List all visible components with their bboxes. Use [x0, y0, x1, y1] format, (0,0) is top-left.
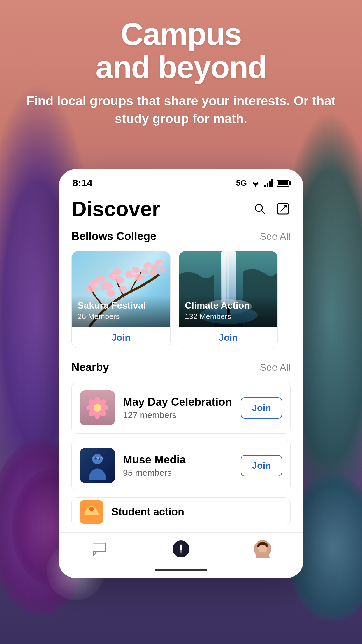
sakura-image: Sakura Festival 26 Members — [72, 251, 171, 327]
svg-point-28 — [150, 270, 157, 276]
sakura-join-button[interactable]: Join — [72, 327, 170, 348]
svg-rect-4 — [267, 183, 268, 187]
climate-name: Climate Action — [185, 300, 272, 311]
climate-join-button[interactable]: Join — [179, 327, 277, 348]
header-section: Campus and beyond Find local groups that… — [0, 18, 362, 128]
muse-media-info: Muse Media 95 members — [123, 454, 233, 478]
phone-mockup: 8:14 5G Discover — [59, 169, 303, 578]
svg-rect-5 — [269, 181, 271, 187]
may-day-info: May Day Celebration 127 members — [123, 396, 233, 420]
muse-media-members: 95 members — [123, 468, 233, 478]
status-icons: 5G — [236, 178, 289, 188]
nearby-section: Nearby See All — [71, 361, 291, 526]
sakura-card[interactable]: Sakura Festival 26 Members Join — [71, 251, 171, 348]
muse-media-item[interactable]: Muse Media 95 members Join — [71, 440, 291, 491]
compose-icon — [277, 202, 289, 215]
svg-point-53 — [94, 404, 101, 412]
may-day-item[interactable]: May Day Celebration 127 members Join — [71, 382, 291, 434]
muse-media-name: Muse Media — [123, 454, 233, 466]
svg-point-21 — [141, 269, 148, 274]
nearby-header: Nearby See All — [71, 361, 291, 374]
groups-scroll: Sakura Festival 26 Members Join — [71, 251, 291, 348]
network-label: 5G — [236, 178, 247, 188]
may-day-thumbnail — [80, 390, 115, 425]
wifi-icon — [250, 179, 261, 187]
svg-point-17 — [113, 268, 121, 275]
svg-point-13 — [101, 282, 113, 290]
climate-overlay: Climate Action 132 Members — [179, 295, 278, 327]
title-line1: Campus — [121, 16, 241, 52]
sakura-name: Sakura Festival — [78, 300, 165, 311]
home-indicator — [59, 564, 303, 578]
svg-rect-36 — [222, 251, 226, 301]
bellows-college-header: Bellows College See All — [71, 230, 291, 243]
status-time: 8:14 — [73, 177, 92, 189]
climate-members: 132 Members — [185, 312, 272, 321]
svg-point-29 — [94, 282, 99, 287]
search-icon — [253, 202, 266, 215]
sakura-members: 26 Members — [78, 312, 165, 321]
svg-point-2 — [255, 186, 256, 187]
nearby-title: Nearby — [71, 361, 109, 374]
svg-point-30 — [113, 274, 118, 279]
svg-point-12 — [96, 275, 105, 282]
nearby-see-all[interactable]: See All — [260, 362, 291, 373]
svg-point-32 — [147, 265, 151, 269]
sakura-overlay: Sakura Festival 26 Members — [72, 295, 171, 327]
svg-point-31 — [130, 271, 136, 275]
svg-rect-37 — [227, 254, 229, 299]
svg-point-33 — [159, 263, 163, 266]
app-content: Discover Bellows Co — [59, 192, 303, 526]
search-button[interactable] — [252, 201, 267, 216]
student-action-name: Student action — [111, 506, 184, 518]
status-bar: 8:14 5G — [59, 169, 303, 192]
messages-icon — [90, 540, 109, 558]
svg-point-60 — [89, 507, 94, 511]
svg-line-10 — [281, 205, 287, 211]
svg-line-8 — [261, 211, 265, 214]
profile-icon — [253, 540, 272, 558]
bellows-college-title: Bellows College — [71, 230, 156, 243]
page-title: Discover — [71, 197, 160, 221]
muse-media-join-button[interactable]: Join — [241, 455, 282, 476]
header-actions — [252, 201, 291, 216]
bellows-see-all[interactable]: See All — [260, 231, 291, 242]
student-action-item[interactable]: Student action — [71, 497, 291, 526]
climate-image: Climate Action 132 Members — [179, 251, 278, 327]
student-action-thumbnail — [80, 500, 103, 524]
may-day-members: 127 members — [123, 410, 233, 420]
compose-button[interactable] — [275, 201, 291, 216]
header-title: Campus and beyond — [0, 18, 362, 84]
svg-point-20 — [134, 274, 143, 281]
title-line2: and beyond — [96, 49, 266, 85]
svg-point-25 — [159, 267, 165, 273]
discover-icon — [172, 540, 190, 558]
svg-point-27 — [119, 286, 127, 292]
svg-point-14 — [86, 286, 95, 293]
svg-point-65 — [180, 548, 182, 550]
signal-icon — [264, 179, 273, 187]
home-indicator-bar — [155, 569, 207, 571]
may-day-name: May Day Celebration — [123, 396, 233, 408]
bottom-nav — [59, 532, 303, 564]
climate-card[interactable]: Climate Action 132 Members Join — [179, 251, 278, 348]
header-subtitle: Find local groups that share your intere… — [0, 92, 362, 128]
nav-messages[interactable] — [70, 540, 129, 558]
svg-rect-6 — [271, 179, 273, 187]
nav-discover[interactable] — [152, 540, 210, 558]
svg-rect-3 — [264, 185, 266, 187]
discover-header: Discover — [71, 192, 291, 230]
may-day-join-button[interactable]: Join — [241, 397, 282, 419]
nav-profile[interactable] — [233, 540, 292, 558]
muse-media-thumbnail — [80, 448, 115, 483]
battery-icon — [277, 180, 289, 187]
